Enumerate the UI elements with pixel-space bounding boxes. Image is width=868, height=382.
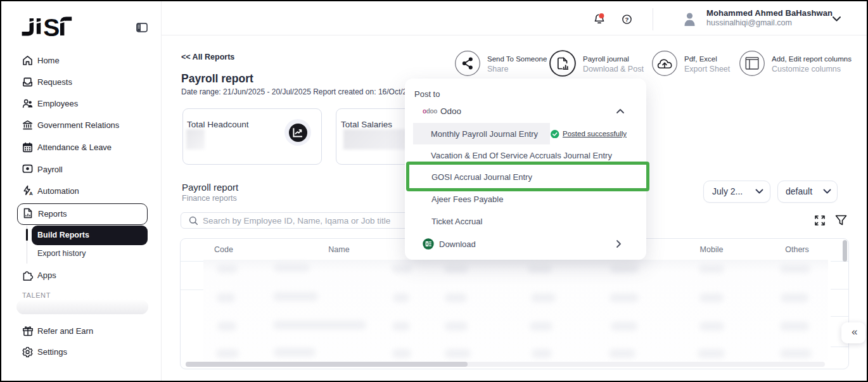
svg-text:S: S [43,14,60,39]
svg-text:A: A [29,191,33,196]
svg-text:?: ? [625,16,629,23]
